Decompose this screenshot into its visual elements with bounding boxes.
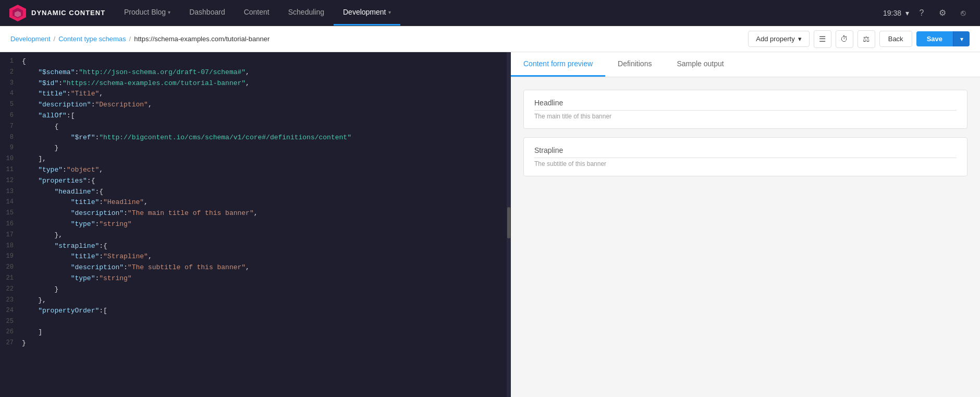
form-field-label: Strapline xyxy=(534,146,957,154)
code-line: 21 "type":"string" xyxy=(0,273,511,284)
code-line: 27} xyxy=(0,338,511,349)
form-field-card: HeadlineThe main title of this banner xyxy=(523,90,967,129)
code-line: 13 "headline":{ xyxy=(0,187,511,198)
nav-item-dashboard[interactable]: Dashboard xyxy=(180,0,235,26)
line-content: "properties":{ xyxy=(22,176,503,187)
nav-item-product-blog[interactable]: Product Blog ▾ xyxy=(115,0,180,26)
line-content: "description":"The subtitle of this bann… xyxy=(22,262,503,273)
breadcrumb-url: https://schema-examples.com/tutorial-ban… xyxy=(134,35,270,43)
breadcrumb-content-type[interactable]: Content type schemas xyxy=(58,35,126,43)
line-content: "$schema":"http://json-schema.org/draft-… xyxy=(22,67,503,78)
code-line: 1{ xyxy=(0,56,511,67)
line-number: 17 xyxy=(0,230,22,240)
line-number: 21 xyxy=(0,273,22,283)
form-field-card: StraplineThe subtitle of this banner xyxy=(523,137,967,176)
line-number: 26 xyxy=(0,327,22,337)
breadcrumb-bar: Development / Content type schemas / htt… xyxy=(0,26,980,52)
code-line: 12 "properties":{ xyxy=(0,176,511,187)
right-tabs: Content form preview Definitions Sample … xyxy=(511,52,980,77)
line-content: "propertyOrder":[ xyxy=(22,306,503,317)
code-editor[interactable]: 1{2 "$schema":"http://json-schema.org/dr… xyxy=(0,52,511,397)
code-line: 18 "strapline":{ xyxy=(0,241,511,252)
line-content: "title":"Strapline", xyxy=(22,251,503,262)
code-line: 11 "type":"object", xyxy=(0,165,511,176)
line-number: 3 xyxy=(0,78,22,88)
line-number: 6 xyxy=(0,111,22,121)
form-field-divider xyxy=(534,158,957,158)
code-line: 25 xyxy=(0,317,511,327)
toolbar-right: Add property ▾ ☰ ⏱ ⚖ Back Save ▾ xyxy=(748,30,970,48)
save-button-group: Save ▾ xyxy=(916,31,970,46)
code-line: 10 ], xyxy=(0,154,511,165)
time-chevron: ▾ xyxy=(905,9,909,17)
line-content: ] xyxy=(22,327,503,338)
line-content: "title":"Title", xyxy=(22,89,503,100)
save-button[interactable]: Save xyxy=(916,31,953,46)
right-pane: Content form preview Definitions Sample … xyxy=(511,52,980,397)
line-number: 8 xyxy=(0,133,22,142)
chevron-down-icon: ▾ xyxy=(168,9,170,15)
code-line: 17 }, xyxy=(0,230,511,241)
add-property-label: Add property xyxy=(756,35,794,43)
line-number: 1 xyxy=(0,56,22,66)
nav-label-product-blog: Product Blog xyxy=(124,8,166,16)
line-content: ], xyxy=(22,154,503,165)
code-line: 14 "title":"Headline", xyxy=(0,197,511,208)
breadcrumb: Development / Content type schemas / htt… xyxy=(10,35,748,43)
form-field-hint: The subtitle of this banner xyxy=(534,160,957,167)
back-button[interactable]: Back xyxy=(879,31,912,47)
user-icon[interactable]: ⎋ xyxy=(955,5,972,21)
nav-label-content: Content xyxy=(244,8,270,16)
breadcrumb-development[interactable]: Development xyxy=(10,35,51,43)
code-line: 3 "$id":"https://schema-examples.com/tut… xyxy=(0,78,511,89)
nav-item-development[interactable]: Development ▾ xyxy=(334,0,400,26)
line-number: 19 xyxy=(0,251,22,261)
line-content: "description":"Description", xyxy=(22,100,503,111)
line-number: 15 xyxy=(0,208,22,218)
line-number: 20 xyxy=(0,262,22,272)
line-content: "title":"Headline", xyxy=(22,197,503,208)
line-content: { xyxy=(22,122,503,133)
help-icon[interactable]: ? xyxy=(913,5,930,21)
current-time: 19:38 xyxy=(883,9,901,17)
code-line: 23 }, xyxy=(0,295,511,306)
line-number: 10 xyxy=(0,154,22,164)
tab-content-form-preview[interactable]: Content form preview xyxy=(511,52,605,77)
line-content: "type":"string" xyxy=(22,273,503,284)
code-line: 20 "description":"The subtitle of this b… xyxy=(0,262,511,273)
line-content: "type":"object", xyxy=(22,165,503,176)
line-number: 23 xyxy=(0,295,22,305)
line-content: "$id":"https://schema-examples.com/tutor… xyxy=(22,78,503,89)
line-content: } xyxy=(22,338,503,349)
save-dropdown-button[interactable]: ▾ xyxy=(953,31,970,46)
line-content: "strapline":{ xyxy=(22,241,503,252)
code-line: 24 "propertyOrder":[ xyxy=(0,306,511,317)
form-field-hint: The main title of this banner xyxy=(534,113,957,120)
editor-scrollbar-thumb xyxy=(507,207,510,238)
code-line: 5 "description":"Description", xyxy=(0,100,511,111)
nav-right: 19:38 ▾ ? ⚙ ⎋ xyxy=(875,5,980,21)
nav-item-scheduling[interactable]: Scheduling xyxy=(279,0,334,26)
nav-item-content[interactable]: Content xyxy=(235,0,279,26)
chevron-down-icon-add: ▾ xyxy=(798,35,802,43)
line-number: 11 xyxy=(0,165,22,175)
nav-label-dashboard: Dashboard xyxy=(189,8,225,16)
top-navigation: DYNAMIC CONTENT Product Blog ▾ Dashboard… xyxy=(0,0,980,26)
line-content: "headline":{ xyxy=(22,187,503,198)
filter-icon[interactable]: ⚖ xyxy=(858,30,875,48)
app-title: DYNAMIC CONTENT xyxy=(31,9,105,17)
line-content: "$ref":"http://bigcontent.io/cms/schema/… xyxy=(22,133,503,143)
code-line: 22 } xyxy=(0,284,511,295)
list-view-icon[interactable]: ☰ xyxy=(814,30,831,48)
tab-definitions[interactable]: Definitions xyxy=(605,52,664,77)
tab-sample-output[interactable]: Sample output xyxy=(664,52,736,77)
code-line: 19 "title":"Strapline", xyxy=(0,251,511,262)
line-number: 24 xyxy=(0,306,22,316)
logo-area: DYNAMIC CONTENT xyxy=(0,4,115,22)
line-number: 13 xyxy=(0,187,22,197)
add-property-button[interactable]: Add property ▾ xyxy=(748,31,809,47)
editor-scrollbar[interactable] xyxy=(507,52,511,397)
settings-icon[interactable]: ⚙ xyxy=(934,5,951,21)
line-number: 4 xyxy=(0,89,22,99)
history-icon[interactable]: ⏱ xyxy=(836,30,853,48)
